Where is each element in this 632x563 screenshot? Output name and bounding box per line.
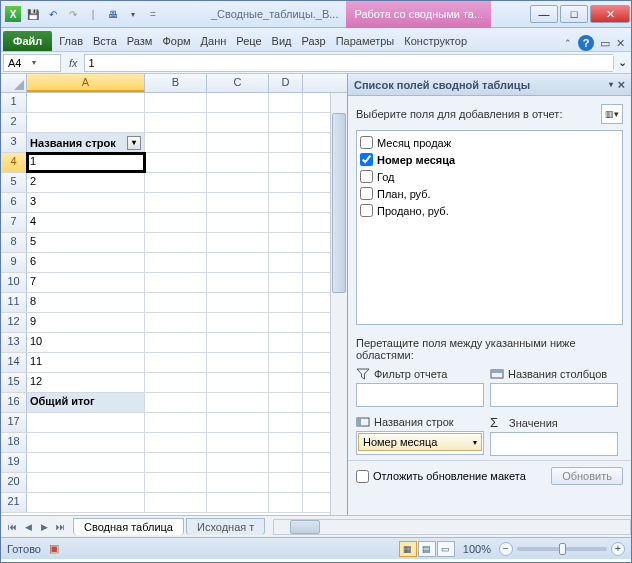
cell[interactable] [269, 153, 303, 172]
tab-developer[interactable]: Разр [297, 31, 331, 51]
file-tab[interactable]: Файл [3, 31, 52, 51]
column-header[interactable]: B [145, 74, 207, 92]
tab-options[interactable]: Параметры [331, 31, 400, 51]
name-box[interactable]: A4 ▾ [3, 54, 61, 72]
cell[interactable]: 4 [27, 213, 145, 232]
tab-formulas[interactable]: Форм [157, 31, 195, 51]
row-header[interactable]: 4 [1, 153, 27, 172]
fx-icon[interactable]: fx [63, 57, 84, 69]
layout-options-button[interactable]: ▥▾ [601, 104, 623, 124]
tab-design[interactable]: Конструктор [399, 31, 472, 51]
cell[interactable]: 12 [27, 373, 145, 392]
cell[interactable] [269, 293, 303, 312]
row-header[interactable]: 12 [1, 313, 27, 332]
row-header[interactable]: 7 [1, 213, 27, 232]
tab-view[interactable]: Вид [267, 31, 297, 51]
cell[interactable] [269, 353, 303, 372]
redo-icon[interactable]: ↷ [65, 6, 81, 22]
sheet-tab-other[interactable]: Исходная т [186, 518, 265, 535]
cell[interactable] [207, 473, 269, 492]
cell[interactable] [145, 373, 207, 392]
cell[interactable] [145, 493, 207, 512]
save-icon[interactable]: 💾 [25, 6, 41, 22]
filter-drop-zone[interactable] [356, 383, 484, 407]
cell[interactable] [145, 353, 207, 372]
cell[interactable] [145, 313, 207, 332]
cell[interactable] [145, 133, 207, 152]
columns-drop-zone[interactable] [490, 383, 618, 407]
qat-dropdown-icon[interactable]: ▾ [125, 6, 141, 22]
filter-dropdown-icon[interactable]: ▾ [127, 136, 141, 150]
formula-input[interactable]: 1 [84, 54, 613, 72]
view-page-layout-button[interactable]: ▤ [418, 541, 436, 557]
cell[interactable] [145, 153, 207, 172]
cell[interactable] [145, 113, 207, 132]
row-header[interactable]: 13 [1, 333, 27, 352]
cell[interactable] [27, 433, 145, 452]
row-header[interactable]: 6 [1, 193, 27, 212]
row-header[interactable]: 11 [1, 293, 27, 312]
doc-close-icon[interactable]: ✕ [616, 37, 625, 50]
cell[interactable] [145, 233, 207, 252]
cell[interactable] [207, 113, 269, 132]
spreadsheet-grid[interactable]: ABCD 123Названия строк▾41526374859610711… [1, 74, 347, 515]
cell[interactable] [145, 93, 207, 112]
field-checkbox[interactable] [360, 136, 373, 149]
cell[interactable]: 2 [27, 173, 145, 192]
cell[interactable] [269, 393, 303, 412]
print-icon[interactable]: 🖶 [105, 6, 121, 22]
cell[interactable] [207, 493, 269, 512]
zoom-out-button[interactable]: − [499, 542, 513, 556]
cell[interactable] [207, 393, 269, 412]
row-header[interactable]: 1 [1, 93, 27, 112]
field-checkbox[interactable] [360, 204, 373, 217]
pane-close-icon[interactable]: × [617, 77, 625, 92]
sheet-prev-icon[interactable]: ◀ [21, 522, 35, 532]
window-restore-icon[interactable]: ▭ [600, 37, 610, 50]
pane-menu-icon[interactable]: ▾ [609, 80, 613, 89]
field-item[interactable]: План, руб. [360, 185, 619, 202]
rows-drop-zone[interactable]: Номер месяца ▾ [356, 431, 484, 455]
cell[interactable] [27, 113, 145, 132]
row-header[interactable]: 18 [1, 433, 27, 452]
cell[interactable]: 9 [27, 313, 145, 332]
zoom-in-button[interactable]: + [611, 542, 625, 556]
field-list[interactable]: Месяц продажНомер месяцаГодПлан, руб.Про… [356, 130, 623, 325]
cell[interactable] [269, 433, 303, 452]
cell[interactable] [269, 453, 303, 472]
cell[interactable] [207, 213, 269, 232]
expand-formula-icon[interactable]: ⌄ [613, 56, 631, 69]
cell[interactable] [27, 93, 145, 112]
cell[interactable] [207, 93, 269, 112]
zoom-knob[interactable] [559, 543, 566, 555]
cell[interactable] [27, 413, 145, 432]
minimize-button[interactable]: — [530, 5, 558, 23]
field-checkbox[interactable] [360, 170, 373, 183]
field-item[interactable]: Месяц продаж [360, 134, 619, 151]
cell[interactable] [145, 273, 207, 292]
cell[interactable] [207, 193, 269, 212]
row-header[interactable]: 5 [1, 173, 27, 192]
vertical-scrollbar[interactable] [330, 93, 347, 515]
tab-insert[interactable]: Вста [88, 31, 122, 51]
scroll-thumb[interactable] [332, 113, 346, 293]
row-header[interactable]: 21 [1, 493, 27, 512]
cell[interactable]: Названия строк▾ [27, 133, 145, 152]
row-header[interactable]: 17 [1, 413, 27, 432]
cell[interactable] [207, 133, 269, 152]
view-page-break-button[interactable]: ▭ [437, 541, 455, 557]
cell[interactable] [269, 273, 303, 292]
cell[interactable] [145, 213, 207, 232]
row-header[interactable]: 3 [1, 133, 27, 152]
undo-icon[interactable]: ↶ [45, 6, 61, 22]
cell[interactable]: 1 [27, 153, 145, 172]
values-drop-zone[interactable] [490, 432, 618, 456]
cell[interactable]: 8 [27, 293, 145, 312]
cell[interactable]: 11 [27, 353, 145, 372]
tab-layout[interactable]: Разм [122, 31, 158, 51]
cell[interactable] [145, 173, 207, 192]
field-item[interactable]: Год [360, 168, 619, 185]
cell[interactable]: 6 [27, 253, 145, 272]
cell[interactable] [27, 473, 145, 492]
cell[interactable] [207, 253, 269, 272]
